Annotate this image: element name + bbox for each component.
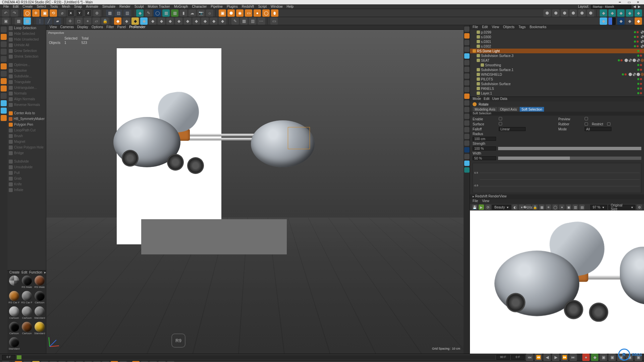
- play-fwd-icon[interactable]: ▶: [552, 354, 559, 361]
- menu-select[interactable]: Select: [37, 5, 46, 8]
- tool-untriangulate-[interactable]: Untriangulate...: [7, 85, 46, 90]
- material-swatch-9[interactable]: Cartoon: [8, 322, 20, 337]
- rb-11[interactable]: [464, 94, 470, 99]
- workplane-icon[interactable]: ▱: [93, 17, 100, 25]
- mat-menu-edit[interactable]: Edit: [21, 270, 27, 275]
- bt-16[interactable]: ▣: [158, 361, 166, 362]
- strength-field[interactable]: 100 %: [473, 146, 496, 150]
- tool-magnet[interactable]: Magnet: [7, 139, 46, 144]
- material-swatch-8[interactable]: Standard: [34, 306, 46, 321]
- obj-menu-file[interactable]: File: [473, 25, 478, 30]
- torus-prim-icon[interactable]: ◯: [262, 9, 270, 17]
- tool-hide-selected[interactable]: Hide Selected: [7, 31, 46, 37]
- material-swatch-6[interactable]: Cartoon: [8, 306, 20, 321]
- li-12[interactable]: [1, 108, 7, 114]
- spline-pen-icon[interactable]: ✎: [145, 9, 152, 17]
- menu-tools[interactable]: Tools: [50, 5, 58, 8]
- sphere-prim-icon[interactable]: ●: [254, 9, 261, 17]
- tool11-icon[interactable]: ◆: [201, 17, 209, 25]
- object-seat[interactable]: SEAT: [470, 58, 644, 63]
- key-pla-icon[interactable]: ▣: [635, 354, 642, 361]
- tool1-icon[interactable]: ◆: [114, 17, 121, 25]
- tool-bridge[interactable]: Bridge: [7, 150, 46, 156]
- points-mode-icon[interactable]: ⋮: [36, 17, 44, 25]
- radius-field[interactable]: 100 cm: [473, 137, 496, 141]
- li-11[interactable]: [1, 100, 7, 106]
- goto-start-icon[interactable]: ⏮: [526, 354, 533, 361]
- menu-snap[interactable]: Snap: [74, 5, 82, 8]
- object-rs-dome-light[interactable]: RS Dome Light: [470, 49, 644, 53]
- recent-tool-icon[interactable]: ⌀: [58, 9, 66, 17]
- mode-select[interactable]: All: [585, 127, 611, 131]
- object-windshield[interactable]: WINDSHIELD: [470, 72, 644, 77]
- falloff-select[interactable]: Linear: [499, 127, 526, 131]
- tool-grow-selection[interactable]: Grow Selection: [7, 48, 46, 54]
- material-swatch-1[interactable]: RS Mate: [21, 276, 33, 290]
- step-fwd-icon[interactable]: ⏩: [561, 354, 568, 361]
- rs-vol-icon[interactable]: ◆: [626, 9, 633, 17]
- object-subdivision-surface[interactable]: Subdivision Surface: [470, 81, 644, 86]
- rb-16[interactable]: [464, 127, 470, 132]
- rv-b8[interactable]: ▾: [559, 204, 565, 210]
- lock-y-icon[interactable]: Y: [76, 9, 83, 17]
- tool-pull[interactable]: Pull: [7, 170, 46, 176]
- t-right1-icon[interactable]: ◆: [600, 17, 607, 25]
- mat-menu-function[interactable]: Function: [29, 270, 42, 275]
- tool-dissolve[interactable]: Dissolve: [7, 68, 46, 73]
- rb-4[interactable]: [464, 47, 470, 52]
- rv-gear-icon[interactable]: ⚙: [637, 204, 642, 210]
- rv-zoom-select[interactable]: 97 %▾: [590, 205, 607, 209]
- t-right3-icon[interactable]: ◆: [617, 17, 625, 25]
- material-swatch-0[interactable]: [8, 276, 20, 290]
- edges-mode-icon[interactable]: ╱: [45, 17, 52, 25]
- vp-tab-prorender[interactable]: ProRender: [129, 25, 145, 29]
- vp-tab-options[interactable]: Options: [92, 25, 103, 29]
- t-right5-icon[interactable]: ◆: [635, 17, 642, 25]
- rv-menu-file[interactable]: File: [473, 199, 478, 204]
- menu-plugins[interactable]: Plugins: [227, 5, 238, 8]
- li-9[interactable]: [1, 85, 7, 92]
- menu-pipeline[interactable]: Pipeline: [211, 5, 223, 8]
- tool18-icon[interactable]: ▭: [270, 17, 278, 25]
- key-pos-icon[interactable]: ▣: [600, 354, 607, 361]
- bt-10[interactable]: ▭: [102, 361, 109, 362]
- menu-render[interactable]: Render: [119, 5, 130, 8]
- tool3-icon[interactable]: ◆: [131, 17, 139, 25]
- menu-motion-tracker[interactable]: Motion Tracker: [148, 5, 170, 8]
- polys-mode-icon[interactable]: ▰: [54, 17, 61, 25]
- tool-optimize-[interactable]: Optimize...: [7, 62, 46, 68]
- lock-x-icon[interactable]: X: [67, 9, 74, 17]
- li-4[interactable]: [1, 49, 7, 55]
- cube-prim-icon[interactable]: ▣: [219, 9, 226, 17]
- tool2-icon[interactable]: ◆: [123, 17, 130, 25]
- object-manager[interactable]: p.0299s.0300s.0301s.0302RS Dome LightSub…: [470, 30, 644, 97]
- goto-end-icon[interactable]: ⏭: [570, 354, 577, 361]
- layout-select[interactable]: Startup - klassik: [591, 5, 631, 9]
- texture-mode-icon[interactable]: ▦: [23, 17, 31, 25]
- menu-mograph[interactable]: MoGraph: [174, 5, 188, 8]
- time-end-field[interactable]: 90 F: [496, 355, 510, 360]
- rv-b1[interactable]: ◐: [512, 204, 518, 210]
- capsule-prim-icon[interactable]: ⬮: [271, 9, 278, 17]
- falloff-graph[interactable]: 0.5 -0.5: [473, 163, 641, 193]
- li-1[interactable]: [1, 26, 7, 33]
- li-6[interactable]: [1, 63, 7, 69]
- snap-icon[interactable]: ⌖: [84, 17, 91, 25]
- mat-menu-arrow-icon[interactable]: ▸: [44, 270, 46, 275]
- layout-prev-icon[interactable]: ◀: [633, 5, 636, 8]
- material-swatch-12[interactable]: Standard: [8, 337, 20, 352]
- rs-proxy-icon[interactable]: ◆: [635, 9, 642, 17]
- bt-8[interactable]: ▭: [85, 361, 92, 362]
- tool17-icon[interactable]: ⋯: [258, 17, 265, 25]
- menu-character[interactable]: Character: [192, 5, 207, 8]
- object-pilots[interactable]: PILOTS: [470, 77, 644, 81]
- rotate-icon[interactable]: ⟲: [50, 9, 57, 17]
- rb-10[interactable]: [464, 87, 470, 92]
- obj-menu-bookmarks[interactable]: Bookmarks: [530, 25, 546, 30]
- material-swatch-2[interactable]: RS Mate: [34, 276, 46, 290]
- make-editable-icon[interactable]: ▣: [2, 17, 9, 25]
- rb-13[interactable]: [464, 107, 470, 112]
- maximize-icon[interactable]: ▭: [625, 0, 633, 4]
- cylinder-prim-icon[interactable]: ⬣: [227, 9, 235, 17]
- rb-17[interactable]: [464, 134, 470, 139]
